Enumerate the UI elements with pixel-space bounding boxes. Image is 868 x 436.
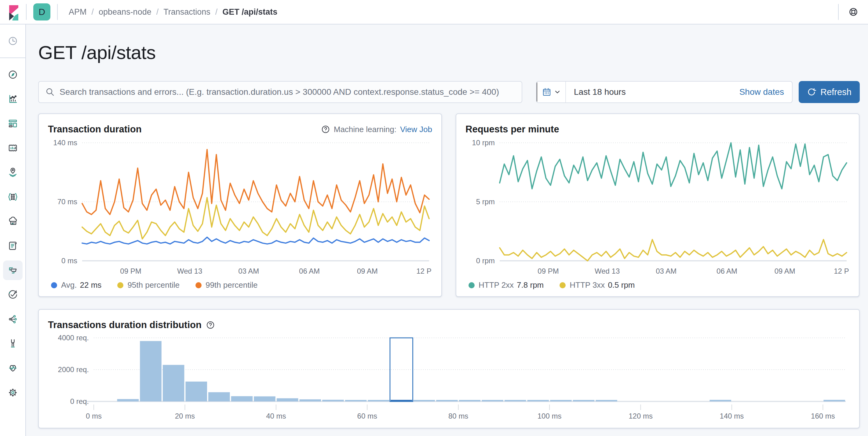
http2xx-legend-dot bbox=[468, 282, 475, 288]
svg-text:140 ms: 140 ms bbox=[720, 412, 744, 420]
calendar-quick-select-button[interactable] bbox=[537, 81, 566, 103]
sidebar-item-visualize[interactable] bbox=[0, 87, 26, 111]
refresh-icon bbox=[807, 87, 816, 97]
breadcrumb: APM / opbeans-node / Transactions / GET … bbox=[69, 7, 277, 17]
heart-pulse-icon bbox=[7, 362, 19, 374]
top-bar: D APM / opbeans-node / Transactions / GE… bbox=[0, 0, 868, 25]
kibana-logo[interactable] bbox=[0, 0, 26, 24]
charts-row: Transaction duration Machine learning: V… bbox=[38, 113, 860, 297]
svg-text:09 AM: 09 AM bbox=[357, 267, 378, 275]
sidebar-item-uptime[interactable] bbox=[0, 283, 26, 307]
breadcrumb-separator: / bbox=[92, 7, 94, 17]
sidebar-item-maps[interactable] bbox=[0, 160, 26, 185]
svg-text:0 rpm: 0 rpm bbox=[476, 257, 495, 265]
svg-text:Wed 13: Wed 13 bbox=[177, 267, 202, 275]
legend-item-95th[interactable]: 95th percentile bbox=[117, 280, 180, 290]
clock-icon bbox=[7, 35, 19, 47]
cloud-server-icon bbox=[7, 215, 19, 228]
machine-learning-label: Machine learning: bbox=[334, 125, 397, 134]
requests-per-minute-chart[interactable]: 0 rpm5 rpm10 rpm09 PMWed 1303 AM06 AM09 … bbox=[465, 139, 850, 277]
transaction-duration-title: Transaction duration bbox=[48, 124, 142, 135]
search-icon bbox=[45, 87, 55, 97]
show-dates-link[interactable]: Show dates bbox=[739, 87, 784, 97]
scroll-logs-icon bbox=[7, 240, 19, 252]
left-nav-sidebar bbox=[0, 25, 26, 436]
sidebar-item-logs[interactable] bbox=[0, 234, 26, 258]
legend-item-99th[interactable]: 99th percentile bbox=[195, 280, 258, 290]
breadcrumb-current-page: GET /api/stats bbox=[222, 7, 277, 17]
sidebar-item-machine-learning[interactable] bbox=[0, 185, 26, 209]
svg-text:03 AM: 03 AM bbox=[238, 267, 259, 275]
legend-item-avg[interactable]: Avg. 22 ms bbox=[51, 280, 101, 290]
sidebar-item-management[interactable] bbox=[0, 380, 26, 405]
svg-text:06 AM: 06 AM bbox=[299, 267, 320, 275]
page-title: GET /api/stats bbox=[38, 41, 860, 63]
sidebar-item-metrics[interactable] bbox=[0, 209, 26, 234]
space-initial: D bbox=[38, 7, 45, 17]
svg-text:20 ms: 20 ms bbox=[175, 412, 195, 420]
framed-chart-icon bbox=[7, 142, 19, 154]
sidebar-item-discover[interactable] bbox=[0, 62, 26, 87]
wrench-icon bbox=[7, 338, 19, 350]
sidebar-item-canvas[interactable] bbox=[0, 136, 26, 160]
transaction-duration-chart[interactable]: 0 ms70 ms140 ms09 PMWed 1303 AM06 AM09 A… bbox=[48, 139, 432, 277]
duration-distribution-chart[interactable]: 0 req.2000 req.4000 req.0 ms20 ms40 ms60… bbox=[48, 333, 850, 421]
nodes-braces-icon bbox=[7, 191, 19, 203]
svg-text:160 ms: 160 ms bbox=[811, 412, 835, 420]
question-circle-icon[interactable] bbox=[206, 320, 215, 329]
svg-text:2000 req.: 2000 req. bbox=[58, 366, 89, 374]
svg-text:5 rpm: 5 rpm bbox=[476, 198, 495, 206]
compass-icon bbox=[7, 68, 19, 81]
svg-text:100 ms: 100 ms bbox=[537, 412, 562, 420]
svg-text:06 AM: 06 AM bbox=[716, 267, 737, 275]
life-ring-help-icon bbox=[847, 6, 860, 18]
svg-text:Wed 13: Wed 13 bbox=[595, 267, 620, 275]
topbar-divider bbox=[26, 4, 27, 20]
breadcrumb-separator: / bbox=[215, 7, 218, 17]
map-pin-layers-icon bbox=[7, 166, 19, 179]
apm-layers-icon bbox=[7, 264, 19, 277]
svg-text:03 AM: 03 AM bbox=[656, 267, 677, 275]
question-circle-icon[interactable] bbox=[321, 125, 330, 134]
search-input[interactable] bbox=[60, 87, 516, 97]
sidebar-item-apm[interactable] bbox=[0, 258, 26, 283]
svg-text:140 ms: 140 ms bbox=[53, 139, 77, 147]
sidebar-item-monitoring[interactable] bbox=[0, 356, 26, 380]
http3xx-legend-dot bbox=[560, 282, 566, 288]
help-button[interactable] bbox=[839, 0, 868, 24]
requests-per-minute-legend: HTTP 2xx 7.8 rpm HTTP 3xx 0.5 rpm bbox=[468, 280, 850, 290]
space-badge[interactable]: D bbox=[33, 3, 51, 21]
legend-item-http2xx[interactable]: HTTP 2xx 7.8 rpm bbox=[468, 280, 544, 290]
duration-distribution-card: Transactions duration distribution 0 req… bbox=[38, 309, 860, 428]
breadcrumb-transactions[interactable]: Transactions bbox=[163, 7, 211, 17]
p95-legend-dot bbox=[117, 282, 123, 288]
svg-text:4000 req.: 4000 req. bbox=[58, 333, 89, 342]
avg-legend-dot bbox=[51, 282, 57, 288]
svg-text:12 P: 12 P bbox=[834, 267, 849, 275]
refresh-button[interactable]: Refresh bbox=[799, 81, 860, 103]
svg-text:60 ms: 60 ms bbox=[357, 412, 377, 420]
sidebar-item-dashboard[interactable] bbox=[0, 111, 26, 136]
chevron-down-icon bbox=[554, 89, 561, 95]
time-range-label[interactable]: Last 18 hours bbox=[574, 87, 626, 97]
breadcrumb-service[interactable]: opbeans-node bbox=[99, 7, 152, 17]
transaction-duration-legend: Avg. 22 ms 95th percentile 99th percenti… bbox=[51, 280, 432, 290]
svg-text:09 AM: 09 AM bbox=[775, 267, 795, 275]
view-job-link[interactable]: View Job bbox=[400, 125, 432, 134]
date-picker: Last 18 hours Show dates bbox=[536, 81, 793, 103]
transaction-duration-card: Transaction duration Machine learning: V… bbox=[38, 113, 442, 297]
share-nodes-icon bbox=[7, 313, 19, 325]
search-box bbox=[38, 81, 522, 103]
refresh-label: Refresh bbox=[820, 87, 851, 97]
sidebar-item-dev-tools[interactable] bbox=[0, 331, 26, 356]
sidebar-item-recently-viewed[interactable] bbox=[0, 26, 25, 56]
breadcrumb-apm[interactable]: APM bbox=[69, 7, 87, 17]
requests-per-minute-title: Requests per minute bbox=[465, 124, 559, 135]
legend-item-http3xx[interactable]: HTTP 3xx 0.5 rpm bbox=[560, 280, 635, 290]
sidebar-item-graph[interactable] bbox=[0, 307, 26, 331]
p99-legend-dot bbox=[195, 282, 202, 288]
svg-text:0 ms: 0 ms bbox=[61, 257, 77, 265]
svg-text:10 rpm: 10 rpm bbox=[472, 139, 495, 147]
main-content: GET /api/stats Last 18 hours bbox=[26, 25, 868, 428]
svg-text:80 ms: 80 ms bbox=[448, 412, 468, 420]
